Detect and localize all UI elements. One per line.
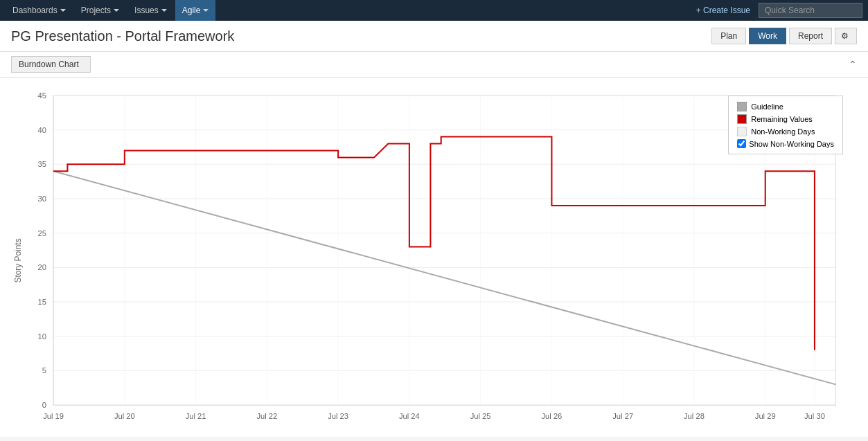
- svg-text:Jul 29: Jul 29: [755, 412, 776, 420]
- dashboards-caret-icon: [60, 9, 66, 12]
- svg-text:20: 20: [37, 264, 46, 272]
- issues-caret-icon: [161, 9, 167, 12]
- svg-rect-0: [53, 96, 835, 405]
- legend-nonworking: Non-Working Days: [737, 127, 834, 136]
- svg-text:5: 5: [42, 367, 46, 375]
- chart-container: Guideline Remaining Values Non-Working D…: [0, 78, 868, 437]
- svg-text:45: 45: [37, 91, 46, 100]
- settings-button[interactable]: ⚙: [835, 28, 857, 44]
- svg-text:Jul 23: Jul 23: [328, 412, 348, 420]
- svg-text:Jul 20: Jul 20: [114, 412, 135, 420]
- svg-text:Jul 19: Jul 19: [43, 412, 64, 420]
- svg-text:Jul 25: Jul 25: [470, 412, 491, 420]
- collapse-button[interactable]: ⌃: [849, 59, 857, 70]
- svg-text:30: 30: [37, 195, 46, 203]
- sub-toolbar: Burndown Chart ⌃: [0, 52, 868, 78]
- svg-text:40: 40: [37, 126, 46, 134]
- svg-text:Story Points: Story Points: [13, 238, 23, 282]
- legend-guideline: Guideline: [737, 102, 834, 111]
- chart-type-dropdown[interactable]: Burndown Chart: [11, 56, 91, 73]
- agile-caret-icon: [203, 9, 209, 12]
- nav-issues[interactable]: Issues: [127, 0, 174, 21]
- legend-guideline-label: Guideline: [751, 102, 783, 111]
- legend-remaining-label: Remaining Values: [751, 115, 812, 123]
- page-title: PG Presentation - Portal Framework: [11, 28, 234, 44]
- svg-text:35: 35: [37, 160, 46, 168]
- show-nonworking-checkbox[interactable]: [737, 139, 746, 148]
- svg-text:Jul 28: Jul 28: [684, 412, 705, 420]
- svg-text:Jul 30: Jul 30: [804, 412, 825, 420]
- legend-remaining: Remaining Values: [737, 114, 834, 124]
- legend-show-nonworking[interactable]: Show Non-Working Days: [737, 139, 834, 148]
- work-button[interactable]: Work: [749, 28, 786, 44]
- svg-text:Jul 24: Jul 24: [399, 412, 420, 420]
- projects-caret-icon: [114, 9, 119, 12]
- chart-wrapper: Guideline Remaining Values Non-Working D…: [11, 89, 857, 426]
- nav-agile[interactable]: Agile: [175, 0, 216, 21]
- show-nonworking-label: Show Non-Working Days: [749, 140, 834, 148]
- legend-nonworking-label: Non-Working Days: [751, 127, 815, 136]
- remaining-color-swatch: [737, 114, 747, 124]
- page-header: PG Presentation - Portal Framework Plan …: [0, 21, 868, 52]
- svg-text:15: 15: [37, 298, 46, 306]
- svg-text:0: 0: [42, 401, 46, 409]
- svg-text:Jul 22: Jul 22: [256, 412, 277, 420]
- plan-button[interactable]: Plan: [711, 28, 746, 44]
- quick-search-input[interactable]: [759, 3, 862, 18]
- header-actions: Plan Work Report ⚙: [711, 28, 857, 44]
- gear-icon: ⚙: [841, 31, 849, 41]
- svg-text:Jul 26: Jul 26: [542, 412, 563, 420]
- chart-type-label: Burndown Chart: [19, 60, 79, 69]
- svg-text:10: 10: [37, 332, 46, 341]
- nav-dashboards[interactable]: Dashboards: [6, 0, 73, 21]
- nav-projects[interactable]: Projects: [74, 0, 126, 21]
- svg-text:Jul 27: Jul 27: [612, 412, 633, 420]
- report-button[interactable]: Report: [789, 28, 832, 44]
- nonworking-color-swatch: [737, 127, 747, 136]
- svg-text:Jul 21: Jul 21: [186, 412, 206, 420]
- nav-bar: Dashboards Projects Issues Agile + Creat…: [0, 0, 868, 21]
- create-issue-button[interactable]: + Create Issue: [689, 3, 757, 18]
- chart-legend: Guideline Remaining Values Non-Working D…: [728, 96, 843, 154]
- guideline-color-swatch: [737, 102, 747, 111]
- svg-text:25: 25: [37, 229, 46, 237]
